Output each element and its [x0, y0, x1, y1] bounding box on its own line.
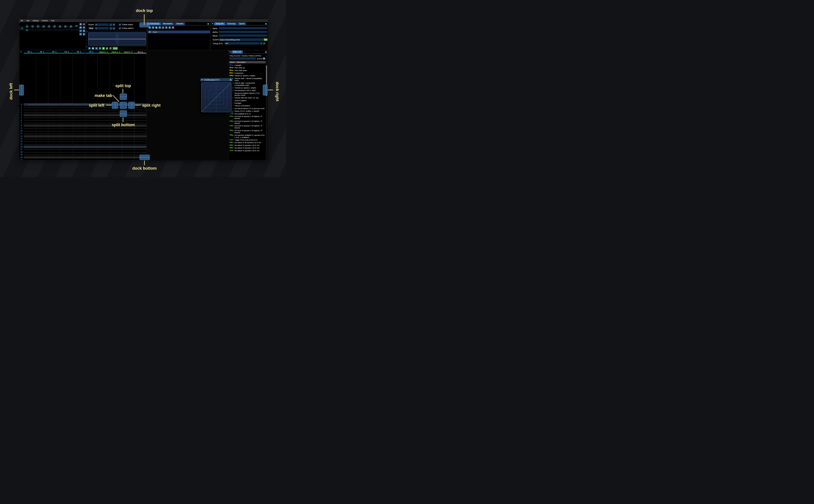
pattern-row-2[interactable] [24, 109, 146, 111]
pattern-row-0[interactable] [24, 103, 146, 106]
effect-row-07xy[interactable]: 07xyTremolo (x: speed; y: depth) [229, 86, 266, 89]
effect-row-05xy[interactable]: 05xyVolume slide + vibrato (compatibilit… [229, 77, 266, 82]
tuning-decrease-button[interactable]: - [260, 42, 262, 45]
effect-table-header[interactable]: Name Description [229, 61, 266, 63]
split-target-bottom[interactable] [120, 111, 127, 117]
menu-help[interactable]: help [49, 20, 56, 22]
dock-target-right[interactable] [263, 85, 267, 95]
order-cell[interactable]: 00 [68, 26, 74, 28]
split-target-right[interactable] [128, 102, 135, 109]
tab-effect-list[interactable]: Effect List [231, 50, 243, 53]
collapse-icon[interactable] [212, 23, 214, 25]
effect-row-06xy[interactable]: 06xyVolume slide + portamento (compatibi… [229, 82, 266, 87]
effect-row-03xx[interactable]: 03xxPortamento [229, 72, 266, 74]
duplicate-order-end-button[interactable] [83, 29, 85, 32]
octave-increase-button[interactable]: + [113, 23, 115, 26]
effect-row-1Cxx[interactable]: 1CxxSet attack of operator 3 (0 to 1F) [229, 149, 266, 152]
add-channel-button[interactable]: ++ [20, 51, 22, 53]
search-input[interactable] [229, 57, 256, 60]
step-field[interactable]: 1 [95, 27, 109, 29]
effect-row-0Axy[interactable]: 0AxyVolume slide (0y: down; x0: up) [229, 97, 266, 99]
order-cell[interactable]: 00 [63, 26, 68, 28]
pattern-row-20[interactable] [24, 156, 146, 159]
close-icon[interactable] [265, 23, 267, 25]
effect-row-15xx[interactable]: 15xxSet level of operator 4 (0 highest, … [229, 129, 266, 134]
pattern-row-16[interactable] [24, 146, 146, 148]
effect-row-02xx[interactable]: 02xxPitch slide down [229, 69, 266, 72]
move-instrument-up-button[interactable] [165, 26, 168, 29]
play-from-cursor-button[interactable] [95, 47, 98, 50]
order-cell[interactable]: 00 [57, 26, 63, 28]
channel-header-square-2[interactable]: Square 2 [110, 50, 122, 53]
pattern-row-1[interactable] [24, 106, 146, 108]
pattern-row-15[interactable] [24, 143, 146, 145]
dock-target-left[interactable] [19, 85, 24, 95]
orders-row[interactable]: 00 00000000000000000000 [20, 27, 79, 30]
channel-header-fm-4[interactable]: FM 4 [60, 50, 73, 53]
tab-subsongs[interactable]: Subsongs [226, 22, 237, 25]
octave-decrease-button[interactable]: - [109, 23, 112, 26]
pattern-row-5[interactable] [24, 116, 146, 119]
effect-row-13xx[interactable]: 13xxSet level of operator 2 (0 highest, … [229, 120, 266, 125]
effect-row-0Dxx[interactable]: 0DxxJump to next pattern [229, 104, 266, 107]
order-edit-mode-button[interactable] [83, 33, 85, 36]
follow-pattern-checkbox[interactable] [119, 27, 121, 29]
metronome-button[interactable] [106, 47, 108, 50]
name-field[interactable] [219, 27, 267, 29]
step-increase-button[interactable]: + [113, 27, 115, 30]
repeat-pattern-button[interactable] [109, 47, 112, 50]
effect-row-04xy[interactable]: 04xyVibrato (x: speed; y: depth) [229, 74, 266, 77]
move-order-down-button[interactable] [79, 29, 82, 32]
pattern-row-12[interactable] [24, 135, 146, 137]
effect-list-menu-button[interactable] [263, 57, 265, 60]
channel-header-fm-5[interactable]: FM 5 [73, 50, 85, 53]
effect-row-14xx[interactable]: 14xxSet level of operator 3 (0 highest, … [229, 124, 266, 129]
tab-song-info[interactable]: Song Info [214, 22, 225, 25]
order-cell[interactable]: 00 [52, 26, 57, 28]
save-instrument-button[interactable] [158, 26, 161, 29]
effect-row-09xx[interactable]: 09xxSet groove pattern (speed 1 if no gr… [229, 92, 266, 97]
oscilloscope-xy-titlebar[interactable]: Oscilloscope (X-Y) [200, 78, 233, 81]
pattern-row-9[interactable] [24, 127, 146, 130]
menu-file[interactable]: file [19, 20, 25, 22]
tab-speed[interactable]: Speed [237, 22, 246, 25]
channel-header-noise[interactable]: Noise [134, 50, 146, 53]
effect-row-12xx[interactable]: 12xxSet level of operator 1 (0 highest, … [229, 115, 266, 120]
effect-row-0Cxx[interactable]: 0CxxRetrigger [229, 102, 266, 104]
step-one-row-button[interactable] [99, 47, 101, 50]
make-tab-target[interactable] [120, 102, 127, 109]
order-cell[interactable]: 00 [30, 26, 35, 28]
menu-edit[interactable]: edit [25, 20, 31, 22]
split-target-top[interactable] [120, 94, 127, 100]
tab-samples[interactable]: Samples [174, 22, 185, 25]
menu-settings[interactable]: settings [31, 20, 40, 22]
order-cell[interactable]: 00 [24, 26, 30, 28]
channel-header-fm-1[interactable]: FM 1 [24, 50, 36, 53]
open-instrument-button[interactable] [155, 26, 158, 29]
effect-row-00xy[interactable]: 00xyArpeggio [229, 64, 266, 66]
collapse-icon[interactable] [229, 51, 231, 53]
collapse-icon[interactable] [201, 79, 203, 81]
effect-row-10xy[interactable]: 10xySetup LFO (x: enable; y: speed) [229, 110, 266, 112]
close-icon[interactable] [265, 51, 267, 53]
dock-menu-icon[interactable] [147, 23, 149, 25]
effect-row-0Bxx[interactable]: 0BxxJump to pattern [229, 99, 266, 102]
order-cell[interactable]: 00 [46, 26, 52, 28]
order-cell[interactable]: 00 [35, 26, 41, 28]
close-icon[interactable] [230, 79, 232, 81]
tab-wavetables[interactable]: Wavetables [161, 22, 174, 25]
effect-row-01xx[interactable]: 01xxPitch slide up [229, 66, 266, 69]
channel-header-fm-6[interactable]: FM 6 [85, 50, 97, 53]
duplicate-instrument-button[interactable] [152, 26, 154, 29]
author-field[interactable] [219, 31, 267, 33]
menu-window[interactable]: window [40, 20, 49, 22]
pattern-row-21[interactable] [24, 159, 146, 160]
effect-row-08xy[interactable]: 08xySet panning (x: left; y: right) [229, 89, 266, 92]
effect-list-scrollbar[interactable] [266, 55, 267, 160]
step-decrease-button[interactable]: - [109, 27, 112, 30]
add-order-button[interactable] [79, 23, 82, 26]
record-button[interactable] [102, 47, 105, 50]
follow-orders-checkbox[interactable] [119, 23, 121, 26]
effect-row-11xx[interactable]: 11xxSet feedback (0 to 7) [229, 112, 266, 115]
play-button[interactable] [88, 47, 91, 50]
